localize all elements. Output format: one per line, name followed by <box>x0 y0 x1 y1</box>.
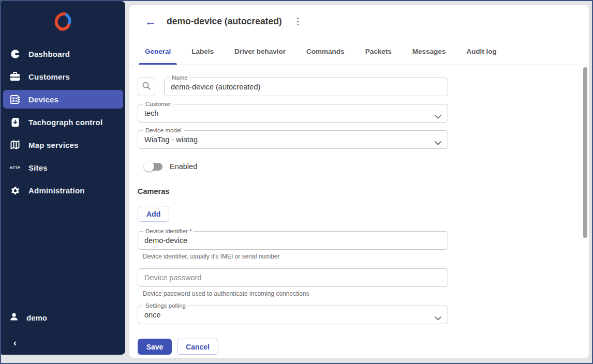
tab-general[interactable]: General <box>139 38 177 65</box>
settings-polling-select[interactable]: Settings polling once <box>138 306 448 324</box>
enabled-toggle[interactable] <box>144 162 162 171</box>
tab-labels[interactable]: Labels <box>185 38 220 65</box>
device-model-select-value: WiaTag - wiatag <box>144 135 441 144</box>
tab-audit-log[interactable]: Audit log <box>460 38 502 65</box>
sidebar-item-label: Devices <box>28 95 58 104</box>
person-icon <box>9 312 19 323</box>
sidebar-item-dashboard[interactable]: Dashboard <box>1 42 125 65</box>
device-password-helper: Device password used to authenticate inc… <box>138 290 448 297</box>
card-header: ← demo-device (autocreated) ⋮ <box>129 5 589 38</box>
tab-driver-behavior[interactable]: Driver behavior <box>228 38 292 65</box>
vertical-scrollbar[interactable] <box>583 67 587 238</box>
name-field: Name <box>164 78 448 96</box>
device-password-input[interactable] <box>144 274 441 282</box>
sidebar-item-label: Customers <box>28 72 70 81</box>
sidebar-nav: Dashboard Customers <box>1 42 125 202</box>
device-identifier-field: Device identifier * <box>138 231 448 250</box>
back-button[interactable]: ← <box>145 16 156 27</box>
device-password-field <box>138 268 448 287</box>
chevron-down-icon <box>435 112 441 121</box>
sidebar-item-map-services[interactable]: Map services <box>1 133 125 156</box>
settings-polling-value: once <box>144 311 441 319</box>
user-menu[interactable]: demo <box>1 307 125 328</box>
device-identifier-helper: Device identifier, usually it's IMEI or … <box>138 253 448 260</box>
sidebar-item-label: Dashboard <box>28 50 70 58</box>
name-field-label: Name <box>170 74 190 81</box>
general-form: Name Customer tech Device model WiaTag -… <box>129 65 461 355</box>
tab-bar: General Labels Driver behavior Commands … <box>129 38 589 65</box>
tab-packets[interactable]: Packets <box>359 38 398 65</box>
device-grid-icon <box>9 95 21 104</box>
sidebar-item-devices[interactable]: Devices <box>3 90 123 109</box>
tab-commands[interactable]: Commands <box>300 38 351 65</box>
device-model-select-label: Device model <box>143 127 184 134</box>
brand-logo-icon <box>52 11 74 32</box>
more-options-button[interactable]: ⋮ <box>293 16 302 27</box>
cancel-button[interactable]: Cancel <box>177 339 218 355</box>
chevron-down-icon <box>435 313 441 323</box>
tab-messages[interactable]: Messages <box>406 38 452 65</box>
card-download-icon <box>9 117 21 127</box>
device-model-select[interactable]: Device model WiaTag - wiatag <box>138 130 448 149</box>
device-detail-card: ← demo-device (autocreated) ⋮ General La… <box>129 5 589 358</box>
save-button[interactable]: Save <box>138 339 172 355</box>
search-device-button[interactable] <box>138 78 155 96</box>
customer-select[interactable]: Customer tech <box>138 104 448 123</box>
sidebar-item-administration[interactable]: Administration <box>1 179 125 202</box>
briefcase-icon <box>9 72 21 81</box>
map-icon <box>9 140 21 149</box>
username: demo <box>26 313 47 322</box>
http-icon: HTTP <box>9 166 21 170</box>
name-input[interactable] <box>171 83 441 91</box>
enabled-toggle-label: Enabled <box>170 162 197 171</box>
brand-logo <box>1 1 125 38</box>
chevron-left-icon: ‹ <box>13 338 17 348</box>
sidebar-item-label: Administration <box>28 186 85 195</box>
customer-select-label: Customer <box>143 101 173 108</box>
gear-icon <box>9 186 21 195</box>
sidebar: Dashboard Customers <box>1 1 125 355</box>
device-identifier-input[interactable] <box>144 236 441 245</box>
sidebar-item-customers[interactable]: Customers <box>1 65 125 88</box>
cameras-heading: Cameras <box>138 187 461 195</box>
page-title: demo-device (autocreated) <box>167 16 282 27</box>
search-icon <box>142 81 151 93</box>
settings-polling-label: Settings polling <box>143 302 188 309</box>
add-camera-button[interactable]: Add <box>138 206 169 222</box>
sidebar-item-tachograph-control[interactable]: Tachograph control <box>1 111 125 133</box>
toggle-thumb <box>144 161 154 172</box>
collapse-sidebar-button[interactable]: ‹ <box>9 338 21 348</box>
sidebar-item-label: Map services <box>28 141 79 149</box>
device-identifier-label: Device identifier * <box>143 228 194 235</box>
sidebar-item-sites[interactable]: HTTP Sites <box>1 156 125 179</box>
sidebar-item-label: Tachograph control <box>28 118 102 127</box>
sidebar-item-label: Sites <box>28 163 48 172</box>
customer-select-value: tech <box>144 109 441 117</box>
pie-chart-icon <box>9 49 21 59</box>
chevron-down-icon <box>435 138 441 147</box>
